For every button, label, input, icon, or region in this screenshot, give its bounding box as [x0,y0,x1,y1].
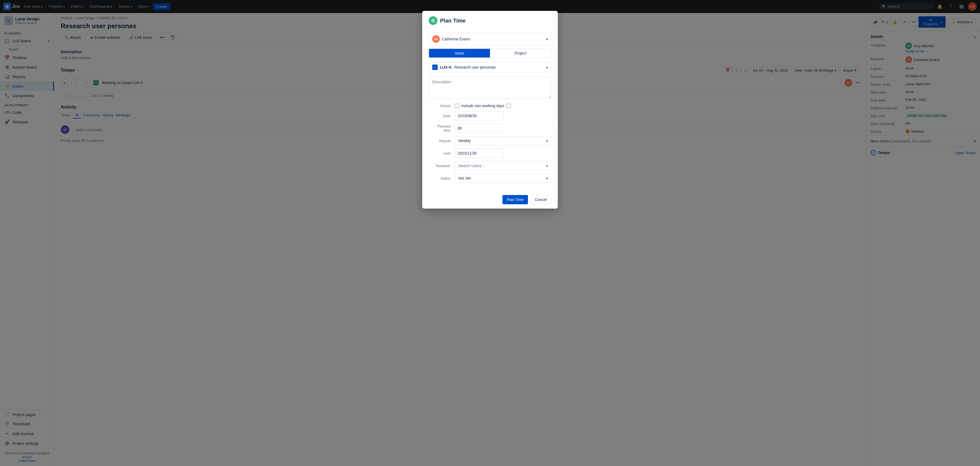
until-row: Until [429,149,551,158]
planned-time-input[interactable] [455,124,504,133]
chevron-down-icon [546,37,548,41]
reviewer-label: Reviewer [429,164,450,168]
modal-body: CE Catherine Evans Issue Project ✓ LUX-4… [422,29,558,191]
cancel-button[interactable]: Cancel [530,195,551,204]
issue-selector[interactable]: ✓ LUX-4: Research user personas [429,62,551,72]
issue-key: LUX-4: [440,65,452,70]
reviewer-row: Reviewer Search Users... [429,161,551,170]
modal-tabs: Issue Project [429,49,551,58]
period-row: Period Include non-working days [429,103,551,108]
description-textarea[interactable] [429,77,551,99]
reviewer-select[interactable]: Search Users... [455,161,551,170]
modal-overlay[interactable]: Plan Time CE Catherine Evans Issue Proje… [0,0,980,466]
chevron-down-icon [546,176,548,180]
date-row: Date [429,111,551,121]
modal-icon [429,16,438,25]
issue-icon: ✓ [432,65,438,70]
non-working-days-checkbox2[interactable] [506,103,511,108]
planned-time-row: Plannedtime [429,124,551,133]
until-input[interactable] [455,149,504,158]
chevron-down-icon [546,65,548,70]
modal-footer: Plan Time Cancel [422,191,558,208]
repeat-row: Repeat Weekly [429,136,551,145]
status-row: Status Not Set [429,173,551,183]
repeat-select[interactable]: Weekly [455,136,551,145]
chevron-down-icon [546,164,548,168]
status-label: Status [429,176,450,180]
tab-project[interactable]: Project [490,49,551,57]
reviewer-placeholder: Search Users... [458,164,484,168]
user-selector[interactable]: CE Catherine Evans [429,33,551,45]
period-label: Period [429,104,450,108]
modal-user-avatar: CE [432,35,440,43]
modal-user-name: Catherine Evans [442,37,470,41]
repeat-label: Repeat [429,139,450,143]
plan-time-button[interactable]: Plan Time [503,195,528,204]
status-select[interactable]: Not Set [455,173,551,183]
chevron-down-icon [546,138,548,143]
date-label: Date [429,114,450,118]
date-input[interactable] [455,111,504,121]
until-label: Until [429,151,450,156]
tab-issue[interactable]: Issue [429,49,490,57]
modal-title: Plan Time [440,17,466,24]
issue-title: Research user personas [454,65,496,70]
modal-header: Plan Time [422,11,558,29]
plan-time-modal: Plan Time CE Catherine Evans Issue Proje… [422,11,558,208]
planned-time-label: Plannedtime [429,124,450,132]
non-working-days-label: Include non-working days [461,103,504,108]
include-non-working-days-checkbox[interactable] [455,103,459,108]
